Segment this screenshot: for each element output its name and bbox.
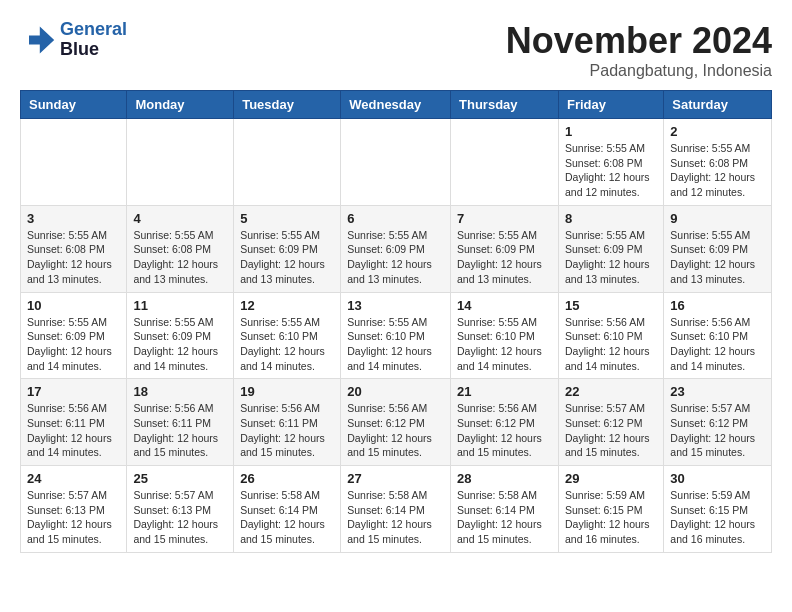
day-number: 24 <box>27 471 120 486</box>
svg-marker-0 <box>29 26 54 53</box>
day-info: Sunrise: 5:57 AM Sunset: 6:12 PM Dayligh… <box>670 401 765 460</box>
day-info: Sunrise: 5:55 AM Sunset: 6:08 PM Dayligh… <box>670 141 765 200</box>
calendar-cell: 11Sunrise: 5:55 AM Sunset: 6:09 PM Dayli… <box>127 292 234 379</box>
page-header: General Blue November 2024 Padangbatung,… <box>20 20 772 80</box>
day-number: 3 <box>27 211 120 226</box>
week-row-1: 1Sunrise: 5:55 AM Sunset: 6:08 PM Daylig… <box>21 119 772 206</box>
day-info: Sunrise: 5:55 AM Sunset: 6:10 PM Dayligh… <box>457 315 552 374</box>
day-number: 17 <box>27 384 120 399</box>
calendar-cell: 6Sunrise: 5:55 AM Sunset: 6:09 PM Daylig… <box>341 205 451 292</box>
calendar-cell: 7Sunrise: 5:55 AM Sunset: 6:09 PM Daylig… <box>451 205 559 292</box>
calendar-cell <box>127 119 234 206</box>
calendar-cell: 18Sunrise: 5:56 AM Sunset: 6:11 PM Dayli… <box>127 379 234 466</box>
calendar-cell: 21Sunrise: 5:56 AM Sunset: 6:12 PM Dayli… <box>451 379 559 466</box>
calendar-cell: 13Sunrise: 5:55 AM Sunset: 6:10 PM Dayli… <box>341 292 451 379</box>
calendar-table: SundayMondayTuesdayWednesdayThursdayFrid… <box>20 90 772 553</box>
calendar-cell: 22Sunrise: 5:57 AM Sunset: 6:12 PM Dayli… <box>558 379 663 466</box>
day-number: 12 <box>240 298 334 313</box>
calendar-cell: 29Sunrise: 5:59 AM Sunset: 6:15 PM Dayli… <box>558 466 663 553</box>
week-row-3: 10Sunrise: 5:55 AM Sunset: 6:09 PM Dayli… <box>21 292 772 379</box>
page-title: November 2024 <box>506 20 772 62</box>
day-info: Sunrise: 5:56 AM Sunset: 6:12 PM Dayligh… <box>347 401 444 460</box>
day-number: 23 <box>670 384 765 399</box>
day-info: Sunrise: 5:59 AM Sunset: 6:15 PM Dayligh… <box>670 488 765 547</box>
calendar-cell <box>341 119 451 206</box>
day-number: 30 <box>670 471 765 486</box>
day-number: 19 <box>240 384 334 399</box>
day-number: 25 <box>133 471 227 486</box>
day-info: Sunrise: 5:58 AM Sunset: 6:14 PM Dayligh… <box>457 488 552 547</box>
day-number: 15 <box>565 298 657 313</box>
weekday-monday: Monday <box>127 91 234 119</box>
day-number: 5 <box>240 211 334 226</box>
week-row-2: 3Sunrise: 5:55 AM Sunset: 6:08 PM Daylig… <box>21 205 772 292</box>
calendar-cell: 9Sunrise: 5:55 AM Sunset: 6:09 PM Daylig… <box>664 205 772 292</box>
day-number: 22 <box>565 384 657 399</box>
weekday-thursday: Thursday <box>451 91 559 119</box>
day-number: 27 <box>347 471 444 486</box>
day-info: Sunrise: 5:56 AM Sunset: 6:10 PM Dayligh… <box>670 315 765 374</box>
day-number: 29 <box>565 471 657 486</box>
day-number: 20 <box>347 384 444 399</box>
day-number: 4 <box>133 211 227 226</box>
day-number: 28 <box>457 471 552 486</box>
day-info: Sunrise: 5:55 AM Sunset: 6:10 PM Dayligh… <box>240 315 334 374</box>
logo-text-line1: General <box>60 20 127 40</box>
calendar-body: 1Sunrise: 5:55 AM Sunset: 6:08 PM Daylig… <box>21 119 772 553</box>
calendar-cell: 5Sunrise: 5:55 AM Sunset: 6:09 PM Daylig… <box>234 205 341 292</box>
day-number: 8 <box>565 211 657 226</box>
day-info: Sunrise: 5:55 AM Sunset: 6:09 PM Dayligh… <box>133 315 227 374</box>
day-number: 2 <box>670 124 765 139</box>
day-number: 16 <box>670 298 765 313</box>
calendar-cell: 20Sunrise: 5:56 AM Sunset: 6:12 PM Dayli… <box>341 379 451 466</box>
calendar-cell: 16Sunrise: 5:56 AM Sunset: 6:10 PM Dayli… <box>664 292 772 379</box>
logo-text-line2: Blue <box>60 40 127 60</box>
day-number: 11 <box>133 298 227 313</box>
weekday-header-row: SundayMondayTuesdayWednesdayThursdayFrid… <box>21 91 772 119</box>
calendar-cell <box>451 119 559 206</box>
calendar-cell: 2Sunrise: 5:55 AM Sunset: 6:08 PM Daylig… <box>664 119 772 206</box>
day-number: 21 <box>457 384 552 399</box>
weekday-tuesday: Tuesday <box>234 91 341 119</box>
calendar-cell: 28Sunrise: 5:58 AM Sunset: 6:14 PM Dayli… <box>451 466 559 553</box>
day-info: Sunrise: 5:58 AM Sunset: 6:14 PM Dayligh… <box>347 488 444 547</box>
day-info: Sunrise: 5:55 AM Sunset: 6:09 PM Dayligh… <box>27 315 120 374</box>
calendar-cell <box>234 119 341 206</box>
day-info: Sunrise: 5:57 AM Sunset: 6:13 PM Dayligh… <box>27 488 120 547</box>
day-number: 18 <box>133 384 227 399</box>
day-number: 1 <box>565 124 657 139</box>
calendar-cell: 3Sunrise: 5:55 AM Sunset: 6:08 PM Daylig… <box>21 205 127 292</box>
weekday-saturday: Saturday <box>664 91 772 119</box>
calendar-cell: 23Sunrise: 5:57 AM Sunset: 6:12 PM Dayli… <box>664 379 772 466</box>
day-info: Sunrise: 5:55 AM Sunset: 6:09 PM Dayligh… <box>457 228 552 287</box>
day-info: Sunrise: 5:58 AM Sunset: 6:14 PM Dayligh… <box>240 488 334 547</box>
day-info: Sunrise: 5:57 AM Sunset: 6:12 PM Dayligh… <box>565 401 657 460</box>
calendar-cell: 4Sunrise: 5:55 AM Sunset: 6:08 PM Daylig… <box>127 205 234 292</box>
calendar-cell: 25Sunrise: 5:57 AM Sunset: 6:13 PM Dayli… <box>127 466 234 553</box>
day-number: 9 <box>670 211 765 226</box>
day-info: Sunrise: 5:56 AM Sunset: 6:11 PM Dayligh… <box>133 401 227 460</box>
day-number: 26 <box>240 471 334 486</box>
calendar-cell: 27Sunrise: 5:58 AM Sunset: 6:14 PM Dayli… <box>341 466 451 553</box>
calendar-cell: 30Sunrise: 5:59 AM Sunset: 6:15 PM Dayli… <box>664 466 772 553</box>
day-number: 6 <box>347 211 444 226</box>
day-number: 14 <box>457 298 552 313</box>
day-info: Sunrise: 5:59 AM Sunset: 6:15 PM Dayligh… <box>565 488 657 547</box>
calendar-cell: 24Sunrise: 5:57 AM Sunset: 6:13 PM Dayli… <box>21 466 127 553</box>
calendar-cell: 26Sunrise: 5:58 AM Sunset: 6:14 PM Dayli… <box>234 466 341 553</box>
day-info: Sunrise: 5:56 AM Sunset: 6:10 PM Dayligh… <box>565 315 657 374</box>
day-info: Sunrise: 5:55 AM Sunset: 6:09 PM Dayligh… <box>347 228 444 287</box>
week-row-5: 24Sunrise: 5:57 AM Sunset: 6:13 PM Dayli… <box>21 466 772 553</box>
calendar-cell: 14Sunrise: 5:55 AM Sunset: 6:10 PM Dayli… <box>451 292 559 379</box>
day-info: Sunrise: 5:55 AM Sunset: 6:09 PM Dayligh… <box>240 228 334 287</box>
day-info: Sunrise: 5:57 AM Sunset: 6:13 PM Dayligh… <box>133 488 227 547</box>
day-number: 13 <box>347 298 444 313</box>
calendar-cell: 8Sunrise: 5:55 AM Sunset: 6:09 PM Daylig… <box>558 205 663 292</box>
day-number: 7 <box>457 211 552 226</box>
day-number: 10 <box>27 298 120 313</box>
day-info: Sunrise: 5:55 AM Sunset: 6:08 PM Dayligh… <box>565 141 657 200</box>
calendar-cell: 10Sunrise: 5:55 AM Sunset: 6:09 PM Dayli… <box>21 292 127 379</box>
day-info: Sunrise: 5:56 AM Sunset: 6:11 PM Dayligh… <box>240 401 334 460</box>
calendar-cell: 12Sunrise: 5:55 AM Sunset: 6:10 PM Dayli… <box>234 292 341 379</box>
title-block: November 2024 Padangbatung, Indonesia <box>506 20 772 80</box>
